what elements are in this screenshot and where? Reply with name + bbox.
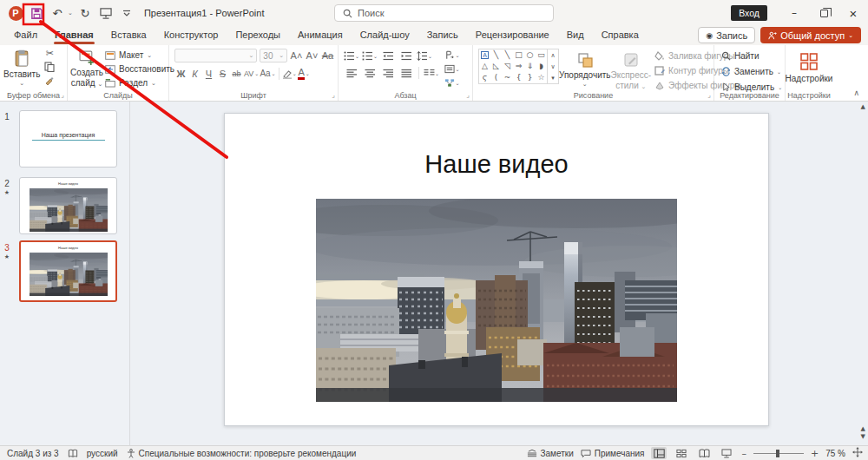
format-painter-button[interactable] xyxy=(42,73,57,86)
zoom-out-button[interactable]: – xyxy=(741,448,746,459)
align-text-button[interactable]: ⌄ xyxy=(444,62,460,76)
justify-button[interactable] xyxy=(398,67,414,80)
zoom-slider[interactable] xyxy=(753,453,804,454)
tab-review[interactable]: Рецензирование xyxy=(467,27,558,44)
shape-corner[interactable]: ◹ xyxy=(504,62,510,70)
shapes-scroll-up[interactable]: ∧ xyxy=(548,49,558,61)
start-slideshow-button[interactable] xyxy=(97,4,115,22)
save-button[interactable] xyxy=(28,4,45,22)
collapse-ribbon-button[interactable]: ∧ xyxy=(853,89,859,97)
scroll-up-arrow[interactable]: ▲ xyxy=(861,103,865,110)
shapes-more-button[interactable]: ▾ xyxy=(548,72,558,83)
cut-button[interactable]: ✂ xyxy=(42,47,57,60)
font-dialog-launcher[interactable]: ⌟ xyxy=(332,92,335,99)
zoom-level[interactable]: 75 % xyxy=(825,449,845,458)
bold-button[interactable]: Ж xyxy=(174,67,187,80)
section-button[interactable]: Раздел⌄ xyxy=(105,76,174,89)
replace-button[interactable]: Заменить⌄ xyxy=(721,65,785,78)
clear-formatting-button[interactable]: Aa xyxy=(321,49,334,62)
shape-right-triangle[interactable]: ◺ xyxy=(493,62,499,70)
previous-slide-button[interactable]: ▲ xyxy=(861,425,865,432)
shape-arrow-line[interactable]: ╲ xyxy=(505,51,510,59)
font-color-button[interactable]: А⌄ xyxy=(298,67,311,80)
fit-to-window-button[interactable] xyxy=(852,447,863,459)
shrink-font-button[interactable]: A˅ xyxy=(306,49,319,62)
arrange-button[interactable]: Упорядочить ⌄ xyxy=(559,49,611,88)
reading-view-button[interactable] xyxy=(696,447,712,459)
character-spacing-button[interactable]: AV⌄ xyxy=(244,67,259,80)
powerpoint-app-icon[interactable]: P xyxy=(7,4,24,22)
shape-rounded-rectangle[interactable]: ▭ xyxy=(537,51,545,59)
normal-view-button[interactable] xyxy=(651,447,667,459)
align-right-button[interactable] xyxy=(380,67,396,80)
layout-button[interactable]: Макет⌄ xyxy=(105,49,174,62)
slide-title-text[interactable]: Наше видео xyxy=(225,150,768,179)
tab-record[interactable]: Запись xyxy=(418,27,467,44)
next-slide-button[interactable]: ▼ xyxy=(861,433,865,440)
drawing-dialog-launcher[interactable]: ⌟ xyxy=(707,92,711,99)
undo-chevron-icon[interactable]: ⌄ xyxy=(68,10,73,16)
close-button[interactable]: × xyxy=(838,0,868,26)
slide-2-thumbnail[interactable]: Наше видео xyxy=(19,177,117,234)
convert-smartart-button[interactable]: ⌄ xyxy=(444,76,460,89)
shape-oval[interactable]: ○ xyxy=(527,51,534,59)
grow-font-button[interactable]: A˄ xyxy=(290,49,303,62)
notes-button[interactable]: Заметки xyxy=(527,449,574,458)
tab-file[interactable]: Файл xyxy=(5,27,46,44)
align-center-button[interactable] xyxy=(362,67,378,80)
tab-home[interactable]: Главная xyxy=(46,27,102,44)
shape-textbox[interactable]: A xyxy=(481,51,489,59)
increase-indent-button[interactable] xyxy=(398,49,414,62)
customize-qat-button[interactable] xyxy=(118,4,135,22)
search-box[interactable]: Поиск xyxy=(334,4,554,22)
reset-slide-button[interactable]: Восстановить xyxy=(105,62,174,76)
undo-button[interactable]: ↶ xyxy=(49,4,66,22)
strikethrough-button[interactable]: S xyxy=(216,67,229,80)
tab-design[interactable]: Конструктор xyxy=(155,27,227,44)
copy-button[interactable] xyxy=(42,60,57,73)
accessibility-checker[interactable]: Специальные возможности: проверьте реком… xyxy=(127,449,357,458)
tab-transitions[interactable]: Переходы xyxy=(227,27,289,44)
paragraph-dialog-launcher[interactable]: ⌟ xyxy=(466,92,470,99)
shape-left-brace[interactable]: { xyxy=(516,74,522,82)
clipboard-dialog-launcher[interactable]: ⌟ xyxy=(61,92,64,99)
find-button[interactable]: Найти xyxy=(721,49,785,62)
slide-counter[interactable]: Слайд 3 из 3 xyxy=(7,449,59,458)
shape-curve[interactable]: ~ xyxy=(504,74,511,82)
shape-arrow-right[interactable]: ⇒ xyxy=(516,62,523,70)
shape-partial-circle[interactable]: ◗ xyxy=(539,62,543,70)
text-highlight-button[interactable]: ⌄ xyxy=(282,67,297,80)
redo-button[interactable]: ↻ xyxy=(76,4,94,22)
slideshow-view-button[interactable] xyxy=(719,447,734,459)
shape-right-brace[interactable]: } xyxy=(528,74,533,82)
shape-rectangle[interactable]: □ xyxy=(515,51,523,59)
decrease-indent-button[interactable] xyxy=(380,49,396,62)
shape-arc[interactable]: ( xyxy=(495,74,498,82)
tab-animations[interactable]: Анимация xyxy=(289,27,352,44)
slide-canvas[interactable]: Наше видео xyxy=(224,113,769,426)
align-left-button[interactable] xyxy=(344,67,359,80)
line-spacing-button[interactable]: ⌄ xyxy=(417,49,432,62)
share-button[interactable]: Общий доступ⌄ xyxy=(760,27,861,43)
tab-help[interactable]: Справка xyxy=(593,27,648,44)
comments-button[interactable]: Примечания xyxy=(581,449,645,458)
restore-button[interactable] xyxy=(809,0,838,26)
numbering-button[interactable]: ⌄ xyxy=(362,49,378,62)
underline-button[interactable]: Ч xyxy=(202,67,215,80)
shape-scribble[interactable]: ϛ xyxy=(483,74,487,82)
bullets-button[interactable]: ⌄ xyxy=(344,49,359,62)
shape-line[interactable]: ╲ xyxy=(494,51,498,59)
shapes-gallery[interactable]: A ╲ ╲ □ ○ ▭ △ ◺ ◹ ⇒ ⇓ ◗ ϛ ( ~ xyxy=(478,49,548,84)
shapes-scroll-down[interactable]: ∨ xyxy=(548,61,558,72)
quick-styles-button[interactable]: Экспресс- стили ⌄ xyxy=(611,49,652,90)
shape-star[interactable]: ☆ xyxy=(537,74,544,82)
tab-insert[interactable]: Вставка xyxy=(102,27,155,44)
text-direction-button[interactable]: ⌄ xyxy=(444,49,460,62)
font-name-combo[interactable]: ⌄ xyxy=(174,49,257,62)
font-size-combo[interactable]: 30⌄ xyxy=(260,49,287,62)
paste-button[interactable]: Вставить ⌄ xyxy=(3,47,40,87)
slide-sorter-view-button[interactable] xyxy=(674,447,689,459)
slide-1-thumbnail[interactable]: Наша презентация xyxy=(19,110,117,168)
zoom-in-button[interactable]: + xyxy=(811,448,819,459)
record-button[interactable]: ◉Запись xyxy=(698,27,755,43)
